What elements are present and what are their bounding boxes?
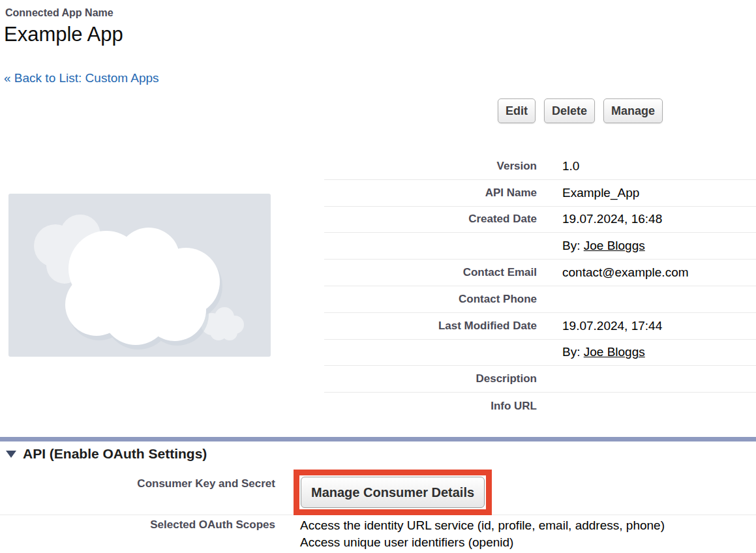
- field-label: Contact Email: [324, 266, 537, 279]
- field-row-last-modified-date: Last Modified Date 19.07.2024, 17:44: [324, 313, 756, 340]
- field-value: By: Joe Bloggs: [537, 239, 756, 253]
- record-type-label: Connected App Name: [5, 7, 113, 19]
- field-row-modified-by: By: Joe Bloggs: [324, 340, 756, 366]
- field-row-api-name: API Name Example_App: [324, 180, 756, 207]
- oauth-scopes-row: Selected OAuth Scopes Access the identit…: [0, 515, 756, 551]
- field-label: Last Modified Date: [324, 320, 537, 333]
- field-row-contact-email: Contact Email contact@example.com: [324, 260, 756, 286]
- field-label: Version: [324, 160, 537, 173]
- consumer-key-label: Consumer Key and Secret: [0, 464, 275, 515]
- detail-field-table: Version 1.0 API Name Example_App Created…: [324, 153, 756, 419]
- field-label: Created Date: [324, 213, 537, 226]
- back-to-list-link[interactable]: « Back to List: Custom Apps: [4, 71, 159, 85]
- field-value: contact@example.com: [537, 265, 756, 280]
- manage-consumer-details-button[interactable]: Manage Consumer Details: [301, 477, 485, 508]
- oauth-scopes-label: Selected OAuth Scopes: [0, 515, 275, 551]
- section-collapse-icon[interactable]: [6, 451, 16, 458]
- created-by-link[interactable]: Joe Bloggs: [584, 239, 645, 252]
- field-row-info-url: Info URL: [324, 393, 756, 419]
- field-label: API Name: [324, 187, 537, 200]
- field-label: Contact Phone: [324, 293, 537, 306]
- field-value: By: Joe Bloggs: [537, 345, 756, 359]
- annotation-highlight-box: Manage Consumer Details: [294, 470, 492, 515]
- consumer-key-row: Consumer Key and Secret Manage Consumer …: [0, 464, 756, 515]
- by-prefix: By:: [562, 239, 584, 252]
- field-row-contact-phone: Contact Phone: [324, 286, 756, 313]
- section-divider-bar: [0, 437, 756, 441]
- oauth-scope-item: Access the identity URL service (id, pro…: [300, 517, 756, 534]
- by-prefix: By:: [562, 345, 584, 359]
- app-logo-image: [8, 194, 271, 357]
- field-value: 19.07.2024, 16:48: [537, 212, 756, 226]
- field-row-version: Version 1.0: [324, 153, 756, 180]
- field-label: Description: [324, 372, 537, 385]
- toolbar: Edit Delete Manage: [498, 98, 663, 123]
- field-row-created-date: Created Date 19.07.2024, 16:48: [324, 207, 756, 233]
- edit-button[interactable]: Edit: [498, 98, 536, 123]
- oauth-section-header: API (Enable OAuth Settings): [6, 446, 207, 462]
- cloud-illustration-icon: [8, 194, 271, 357]
- oauth-section-title: API (Enable OAuth Settings): [23, 446, 207, 462]
- field-value: 19.07.2024, 17:44: [537, 319, 756, 333]
- field-value: Example_App: [537, 186, 756, 200]
- field-row-description: Description: [324, 366, 756, 393]
- field-row-created-by: By: Joe Bloggs: [324, 233, 756, 260]
- field-value: 1.0: [537, 159, 756, 173]
- manage-button[interactable]: Manage: [603, 98, 663, 123]
- oauth-scope-item: Access unique user identifiers (openid): [300, 534, 756, 551]
- modified-by-link[interactable]: Joe Bloggs: [584, 345, 645, 359]
- connected-app-detail-page: Connected App Name Example App « Back to…: [0, 0, 756, 553]
- page-title: Example App: [4, 23, 123, 46]
- delete-button[interactable]: Delete: [544, 98, 595, 123]
- field-label: Info URL: [324, 400, 537, 413]
